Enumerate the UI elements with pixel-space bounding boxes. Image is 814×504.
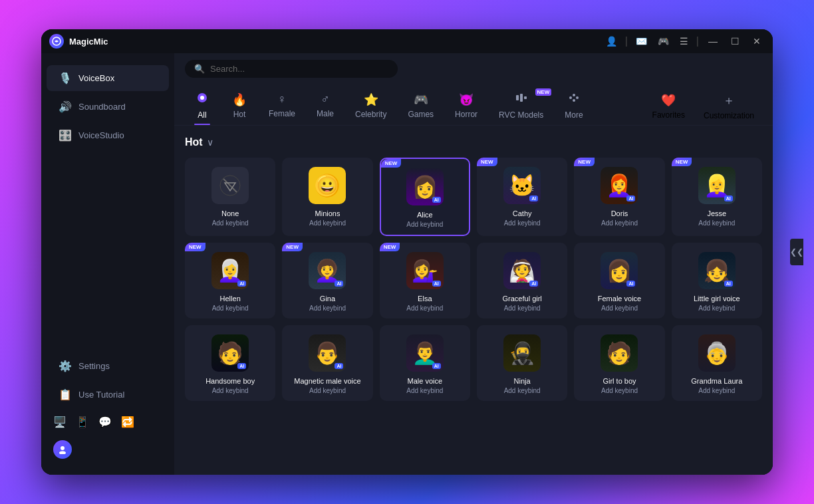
- close-button[interactable]: ✕: [749, 35, 765, 48]
- section-title: Hot: [185, 136, 203, 148]
- user-icon[interactable]: 👤: [603, 35, 620, 48]
- avatar-girlboy: 🧑: [601, 334, 638, 372]
- tab-female-label: Female: [269, 109, 295, 118]
- malevoice-emoji: 👨‍🦱: [412, 342, 438, 364]
- voice-keybind-alice[interactable]: Add keybind: [406, 221, 443, 228]
- minimize-button[interactable]: —: [704, 35, 722, 48]
- customization-button[interactable]: ＋ Customization: [696, 88, 762, 124]
- voice-card-female[interactable]: 👩 AI Female voice Add keybind: [574, 243, 664, 318]
- mail-icon[interactable]: ✉️: [633, 35, 650, 48]
- content-area: 🔍 Search... All 🔥 Hot: [174, 53, 773, 475]
- voice-keybind-grandma[interactable]: Add keybind: [698, 387, 735, 394]
- voice-keybind-hellen[interactable]: Add keybind: [212, 305, 249, 312]
- scroll-area[interactable]: Hot ∨ None: [174, 126, 773, 475]
- tab-celebrity[interactable]: ⭐ Celebrity: [346, 88, 396, 124]
- new-ribbon-gina: New: [282, 243, 303, 251]
- svg-point-4: [200, 96, 204, 100]
- favorites-button[interactable]: ❤️ Favorites: [644, 89, 693, 124]
- voice-card-magnetic[interactable]: 👨 AI Magnetic male voice Add keybind: [282, 325, 372, 401]
- voice-card-doris[interactable]: New 👩‍🦰 AI Doris Add keybind: [574, 158, 664, 236]
- tab-horror-label: Horror: [455, 110, 477, 119]
- maximize-button[interactable]: ☐: [727, 35, 744, 48]
- tab-male[interactable]: ♂ Male: [307, 88, 343, 124]
- sidebar-item-voicestudio[interactable]: 🎛️ VoiceStudio: [47, 122, 169, 148]
- sidebar-avatar-row: [41, 435, 174, 464]
- voice-keybind-jesse[interactable]: Add keybind: [698, 219, 735, 227]
- sidebar-item-soundboard[interactable]: 🔊 Soundboard: [47, 94, 169, 120]
- voice-keybind-minions[interactable]: Add keybind: [309, 219, 346, 227]
- voice-keybind-graceful[interactable]: Add keybind: [504, 305, 541, 312]
- sidebar-bottom: 🖥️ 📱 💬 🔁: [41, 409, 174, 435]
- voice-keybind-girlboy[interactable]: Add keybind: [601, 387, 638, 394]
- user-avatar[interactable]: [53, 440, 72, 459]
- voice-keybind-cathy[interactable]: Add keybind: [504, 219, 541, 227]
- voice-card-malevoice[interactable]: 👨‍🦱 AI Male voice Add keybind: [380, 325, 470, 401]
- voice-keybind-doris[interactable]: Add keybind: [601, 219, 638, 227]
- svg-point-1: [61, 446, 65, 450]
- voice-card-gina[interactable]: New 👩‍🦱 AI Gina Add keybind: [282, 243, 372, 318]
- tab-hot[interactable]: 🔥 Hot: [222, 88, 257, 124]
- ninja-emoji: 🥷: [509, 342, 535, 364]
- section-chevron-down[interactable]: ∨: [207, 137, 213, 148]
- display-icon[interactable]: 🖥️: [53, 416, 67, 428]
- voice-card-grandma[interactable]: 👵 Grandma Laura Add keybind: [672, 325, 762, 401]
- ai-badge-doris: AI: [626, 195, 635, 201]
- sidebar-item-settings[interactable]: ⚙️ Settings: [47, 353, 169, 379]
- voice-name-none: None: [221, 209, 239, 217]
- phone-icon[interactable]: 📱: [76, 416, 89, 428]
- voice-keybind-gina[interactable]: Add keybind: [309, 305, 346, 312]
- voice-keybind-ninja[interactable]: Add keybind: [504, 387, 541, 394]
- voice-card-cathy[interactable]: New 🐱 AI Cathy Add keybind: [477, 158, 567, 236]
- sidebar-item-voicebox[interactable]: 🎙️ VoiceBox: [47, 65, 169, 91]
- female-emoji: 👩: [606, 260, 632, 281]
- tab-female[interactable]: ♀ Female: [259, 88, 305, 124]
- voice-keybind-magnetic[interactable]: Add keybind: [309, 387, 346, 394]
- voice-card-littlegirl[interactable]: 👧 AI Little girl voice Add keybind: [672, 243, 762, 318]
- avatar-handsome: 🧑 AI: [211, 334, 249, 372]
- voice-card-hellen[interactable]: New 👩‍🦳 AI Hellen Add keybind: [185, 243, 275, 318]
- voice-card-none[interactable]: None Add keybind: [185, 158, 275, 236]
- voice-card-alice[interactable]: New 👩 AI Alice Add keybind: [380, 158, 470, 236]
- avatar-magnetic: 👨 AI: [309, 334, 346, 372]
- voice-name-littlegirl: Little girl voice: [694, 295, 740, 303]
- voice-keybind-malevoice[interactable]: Add keybind: [406, 387, 443, 394]
- voice-keybind-female[interactable]: Add keybind: [601, 305, 638, 312]
- chat-icon[interactable]: 💬: [98, 416, 112, 428]
- svg-point-10: [576, 96, 579, 99]
- voice-card-jesse[interactable]: New 👱‍♀️ AI Jesse Add keybind: [672, 158, 762, 236]
- voice-name-grandma: Grandma Laura: [691, 377, 742, 385]
- search-box[interactable]: 🔍 Search...: [185, 60, 398, 78]
- sync-icon[interactable]: 🔁: [121, 416, 134, 428]
- tab-games-label: Games: [408, 110, 434, 119]
- voice-card-minions[interactable]: 🟡 😀 Minions Add keybind: [282, 158, 372, 236]
- search-icon: 🔍: [194, 64, 205, 74]
- ai-badge-littlegirl: AI: [724, 281, 733, 287]
- avatar-minions: 🟡 😀: [309, 167, 346, 204]
- sidebar-label-voicebox: VoiceBox: [78, 73, 114, 83]
- voice-card-handsome[interactable]: 🧑 AI Handsome boy Add keybind: [185, 325, 275, 401]
- hot-icon: 🔥: [232, 92, 247, 107]
- tab-more[interactable]: More: [555, 87, 592, 125]
- tab-games[interactable]: 🎮 Games: [398, 88, 443, 124]
- svg-point-9: [573, 94, 575, 96]
- voice-card-ninja[interactable]: 🥷 Ninja Add keybind: [477, 325, 567, 401]
- voice-keybind-littlegirl[interactable]: Add keybind: [698, 305, 735, 312]
- voice-keybind-handsome[interactable]: Add keybind: [212, 387, 249, 394]
- elsa-emoji: 💁‍♀️: [412, 260, 438, 281]
- voice-card-elsa[interactable]: New 💁‍♀️ AI Elsa Add keybind: [380, 243, 470, 318]
- voice-card-graceful[interactable]: 👰 AI Graceful girl Add keybind: [477, 243, 567, 318]
- avatar-hellen: 👩‍🦳 AI: [211, 252, 249, 289]
- voice-keybind-elsa[interactable]: Add keybind: [406, 305, 443, 312]
- sidebar-item-tutorial[interactable]: 📋 Use Tutorial: [47, 382, 169, 408]
- sidebar-label-voicestudio: VoiceStudio: [78, 130, 124, 140]
- tab-all-label: All: [198, 110, 206, 120]
- tab-all[interactable]: All: [185, 87, 219, 125]
- tab-horror[interactable]: 😈 Horror: [446, 88, 487, 124]
- discord-icon[interactable]: 🎮: [655, 35, 672, 48]
- tab-rvc[interactable]: NEW RVC Models: [489, 87, 553, 125]
- voice-keybind-none[interactable]: Add keybind: [212, 219, 249, 227]
- menu-icon[interactable]: ☰: [677, 35, 691, 48]
- voice-card-girlboy[interactable]: 🧑 Girl to boy Add keybind: [574, 325, 664, 401]
- avatar-gina: 👩‍🦱 AI: [309, 252, 346, 289]
- horror-icon: 😈: [459, 92, 474, 107]
